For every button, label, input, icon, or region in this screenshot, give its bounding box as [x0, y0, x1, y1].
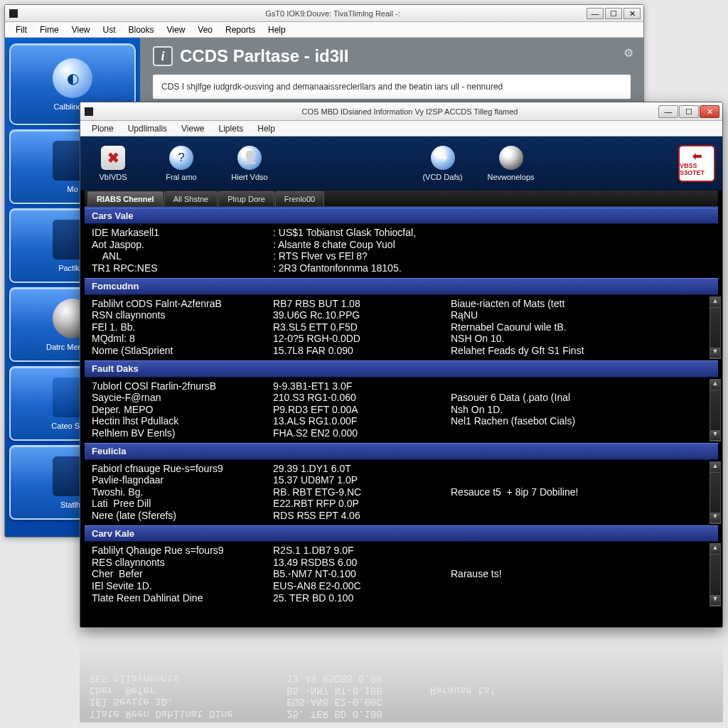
col-desc — [451, 510, 711, 522]
col-value: RB7 RBS BUT 1.08 — [273, 298, 451, 310]
col-label: RES cllaynnonts — [92, 557, 273, 569]
bg-minimize-button[interactable]: — — [587, 8, 604, 19]
scrollbar[interactable]: ▲▼ — [710, 379, 721, 442]
data-row: Nere (late (Sferefs)RDS R5S EPT 4.06 — [92, 510, 711, 522]
toolbar-nevwonelops[interactable]: Nevwonelops — [486, 146, 537, 181]
data-row: Nome (StlaSprient15.7L8 FAR 0.090Relahet… — [92, 345, 711, 357]
bmw-icon — [499, 146, 523, 170]
col-label: MQdml: 8 — [92, 333, 273, 345]
scrollbar[interactable]: ▲▼ — [710, 543, 721, 606]
tab-bar: RIABS Chennel All Shstne Plrup Dore Fren… — [85, 191, 718, 208]
bg-menu-item[interactable]: Ust — [96, 23, 122, 36]
scroll-up-icon[interactable]: ▲ — [710, 297, 720, 308]
tab-riabs-chennel[interactable]: RIABS Chennel — [87, 191, 164, 206]
col-value: : RTS Flver vs FEl 8? — [273, 250, 451, 262]
col-label: Fablilvt cODS Falnt-AzfenraB — [92, 298, 273, 310]
data-row: IDE Markasell1: US$1 Tobianst Glask Tohi… — [92, 227, 711, 239]
col-value: 25. TER BD 0.100 — [273, 592, 451, 604]
scrollbar[interactable]: ▲▼ — [710, 461, 721, 525]
col-label: TR1 RPC:NES — [92, 262, 273, 274]
bg-menu-item[interactable]: Fime — [33, 23, 65, 36]
col-desc: NSH On 10. — [451, 333, 711, 345]
fg-menu-item[interactable]: Help — [250, 122, 282, 135]
toolbar-vcd-dafs[interactable]: (VCD Dafs) — [417, 146, 469, 181]
data-row: Twoshi. Bg.RB. RBT ETG-9.NCResauce t5 + … — [92, 486, 711, 498]
scroll-down-icon[interactable]: ▼ — [710, 513, 720, 523]
col-desc — [451, 592, 711, 604]
globe-question-icon: ? — [169, 146, 193, 170]
bg-window-title: GsT0 IOK9:Douve: TivaTlimlng Reail -: — [22, 9, 643, 18]
tab-plrup-dore[interactable]: Plrup Dore — [218, 191, 274, 206]
fg-menu-item[interactable]: Plone — [85, 122, 121, 135]
fg-body: RIABS Chennel All Shstne Plrup Dore Fren… — [80, 191, 722, 627]
col-label: Aot Jaspop. — [92, 239, 273, 251]
bg-menu-item[interactable]: Blooks — [122, 23, 160, 36]
col-label: Pavlie-flagndaar — [92, 474, 273, 486]
col-desc: Relahet Feads dy Gft S1 Finst — [451, 345, 711, 357]
col-label: Relhlem BV Eenls) — [92, 427, 273, 439]
bg-menu-item[interactable]: View — [65, 23, 97, 36]
col-value: E22.RBT RFP 0.0P — [273, 498, 451, 510]
col-label: Lati Pree Dill — [92, 498, 273, 510]
col-label: Fablilyt Qhauge Rue s=fours9 — [92, 545, 273, 557]
bg-menu-item[interactable]: View — [161, 23, 192, 36]
info-icon: i — [153, 46, 173, 66]
arrow-right-icon — [431, 146, 455, 170]
bg-maximize-button[interactable]: ☐ — [605, 8, 622, 19]
toolbar-fral-amo[interactable]: ? Fral amo — [156, 146, 207, 181]
data-row: Tlate Reen Dahlinat Dine25. TER BD 0.100 — [92, 592, 711, 604]
fg-menu-item[interactable]: Viewe — [174, 122, 211, 135]
globe-icon: ◐ — [53, 58, 92, 98]
col-label: RSN cllaynnonts — [92, 309, 273, 321]
scroll-up-icon[interactable]: ▲ — [710, 544, 720, 555]
fg-titlebar: COS MBD IDsianed Information Vy I2SP ACC… — [80, 102, 722, 121]
col-value: EUS-AN8 E2-0.00C — [273, 580, 451, 592]
fg-close-button[interactable]: ✕ — [700, 105, 719, 118]
col-label: Twoshi. Bg. — [92, 486, 273, 498]
scrollbar[interactable]: ▲▼ — [710, 296, 721, 360]
col-desc — [451, 557, 711, 569]
col-desc — [451, 427, 711, 439]
section-header: Fault Daks — [85, 360, 718, 377]
toolbar-hiert-vdso[interactable]: Hiert Vdso — [224, 146, 275, 181]
col-label: 7ublorl COSl Ftarlin-2fnursB — [92, 380, 273, 392]
tab-frenlo00[interactable]: Frenlo00 — [275, 191, 324, 206]
person-icon — [237, 146, 262, 170]
tab-all-shstne[interactable]: All Shstne — [164, 191, 218, 206]
fg-menubar: Plone Updlimalis Viewe Liplets Help — [80, 121, 722, 136]
col-desc — [451, 239, 711, 251]
toolbar-vbivds[interactable]: VbIVDS — [87, 146, 139, 181]
bg-menu-item[interactable]: Filt — [9, 23, 33, 36]
col-value: RDS R5S EPT 4.06 — [273, 510, 451, 522]
col-desc — [451, 498, 711, 510]
scroll-down-icon[interactable]: ▼ — [710, 348, 720, 358]
col-desc: Pasouer 6 Data (.pato (Inal — [451, 392, 711, 404]
fg-menu-item[interactable]: Liplets — [212, 122, 251, 135]
scroll-up-icon[interactable]: ▲ — [710, 380, 720, 390]
col-value: 210.S3 RG1-0.060 — [273, 392, 451, 404]
col-desc — [451, 262, 711, 274]
fg-minimize-button[interactable]: — — [658, 105, 678, 118]
data-row: Fabiorl cfnauge Rue-s=fours929.39 1.DY1 … — [92, 463, 711, 475]
bg-close-button[interactable]: ✕ — [623, 8, 641, 19]
col-desc: Nel1 Rachen (fasebot Cials) — [451, 415, 711, 427]
fg-maximize-button[interactable]: ☐ — [679, 105, 699, 118]
data-row: 7ublorl COSl Ftarlin-2fnursB9-9.3B1-ET1 … — [92, 380, 711, 392]
fg-menu-item[interactable]: Updlimalis — [121, 122, 174, 135]
data-row: Hectin lhst Pdullack13.ALS RG1.0.00FNel1… — [92, 415, 711, 427]
bg-menu-item[interactable]: Reports — [219, 23, 262, 36]
app-icon — [9, 9, 18, 18]
scroll-up-icon[interactable]: ▲ — [710, 462, 720, 473]
col-label: Deper. MEPO — [92, 404, 273, 416]
scroll-down-icon[interactable]: ▼ — [710, 595, 720, 606]
section-header: Fomcudnn — [85, 278, 718, 294]
col-value: R3.SL5 ETT 0.F5D — [273, 321, 451, 333]
page-title: i CCDS Parltase - id3II — [153, 46, 631, 66]
section-header: Carv Kale — [85, 525, 718, 542]
scroll-down-icon[interactable]: ▼ — [710, 430, 720, 441]
stop-button[interactable]: VBSS S3OTET — [678, 145, 715, 182]
bg-menu-item[interactable]: Veo — [191, 23, 219, 36]
gear-icon[interactable]: ⚙ — [623, 46, 633, 60]
section-body: IDE Markasell1: US$1 Tobianst Glask Tohi… — [85, 224, 718, 278]
bg-menu-item[interactable]: Help — [262, 23, 292, 36]
